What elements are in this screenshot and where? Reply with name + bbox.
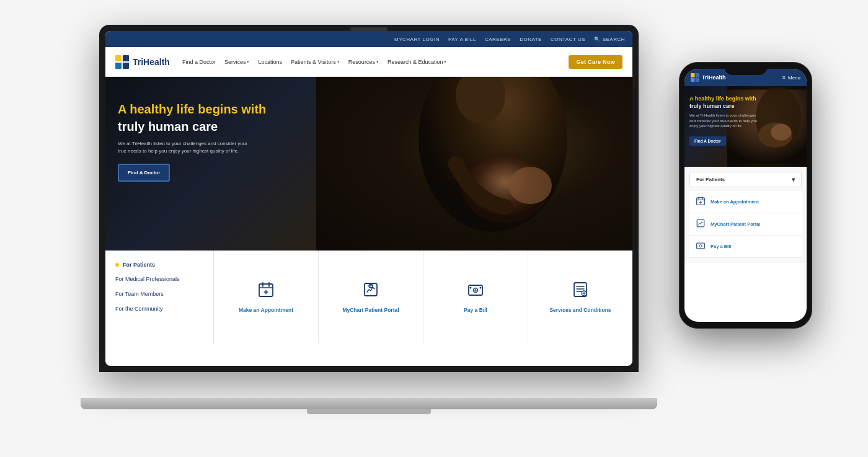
- donate-link[interactable]: DONATE: [520, 37, 542, 42]
- phone-bill-icon: [696, 241, 706, 252]
- phone-hero-content: A healthy life begins with truly human c…: [689, 95, 758, 146]
- svg-point-21: [480, 287, 482, 289]
- for-team-members-item[interactable]: For Team Members: [105, 286, 213, 301]
- phone-content: For Patients ▾: [684, 167, 807, 263]
- laptop-screen: MYCHART LOGIN PAY A BILL CAREERS DONATE …: [105, 31, 632, 366]
- hero-subtitle: We at TriHealth listen to your challenge…: [118, 140, 254, 155]
- careers-link[interactable]: CAREERS: [485, 37, 511, 42]
- svg-point-38: [771, 123, 791, 140]
- active-dot: [115, 263, 119, 267]
- quick-links-sidebar: For Patients For Medical Professionals F…: [105, 251, 214, 344]
- logo-text: TriHealth: [133, 57, 170, 67]
- laptop: MYCHART LOGIN PAY A BILL CAREERS DONATE …: [99, 25, 639, 409]
- svg-point-7: [508, 167, 552, 204]
- calendar-icon: [257, 281, 275, 302]
- research-chevron: ▾: [444, 60, 446, 64]
- chart-icon: [362, 281, 379, 302]
- phone-mychart-label: MyChart Patient Portal: [711, 221, 760, 227]
- services-conditions-label: Services and Conditions: [549, 307, 611, 313]
- svg-rect-2: [115, 62, 122, 68]
- phone-hero: A healthy life begins with truly human c…: [684, 86, 807, 167]
- phone-pay-bill[interactable]: Pay a Bill: [689, 236, 802, 258]
- phone-hero-title-white: truly human care: [689, 103, 758, 110]
- hero-person-image: [316, 77, 632, 251]
- phone-hero-subtitle: We at TriHealth listen to your challenge…: [689, 113, 758, 128]
- phone: TriHealth ≡ Menu: [679, 62, 812, 329]
- phone-logo-text: TriHealth: [702, 74, 726, 81]
- phone-calendar-icon: [696, 196, 706, 208]
- services-conditions-card[interactable]: Services and Conditions: [528, 251, 632, 344]
- hero-title-white: truly human care: [118, 119, 304, 134]
- pay-bill-card[interactable]: Pay a Bill: [423, 251, 528, 344]
- nav-find-doctor[interactable]: Find a Doctor: [182, 59, 216, 65]
- hero-silhouette-svg: [316, 77, 632, 251]
- svg-rect-31: [691, 73, 694, 77]
- svg-rect-32: [696, 73, 699, 77]
- svg-rect-33: [691, 78, 694, 82]
- patients-chevron: ▾: [337, 60, 340, 64]
- nav-locations[interactable]: Locations: [258, 59, 282, 65]
- phone-body: TriHealth ≡ Menu: [679, 62, 812, 329]
- laptop-base: [81, 398, 657, 409]
- quick-cards: Make an Appointment: [214, 251, 632, 344]
- for-patients-active[interactable]: For Patients: [105, 258, 213, 272]
- site-nav: TriHealth Find a Doctor Services ▾ Locat…: [105, 47, 632, 77]
- nav-services[interactable]: Services ▾: [224, 59, 250, 65]
- hero-background: A healthy life begins with truly human c…: [105, 77, 632, 251]
- hero-section: A healthy life begins with truly human c…: [105, 77, 632, 251]
- hero-content: A healthy life begins with truly human c…: [118, 102, 304, 182]
- laptop-body: MYCHART LOGIN PAY A BILL CAREERS DONATE …: [99, 25, 639, 372]
- site-logo: TriHealth: [115, 55, 170, 69]
- svg-rect-0: [115, 55, 122, 61]
- phone-mychart[interactable]: MyChart Patient Portal: [689, 213, 802, 236]
- pay-a-bill-link[interactable]: PAY A BILL: [448, 37, 476, 42]
- resources-chevron: ▾: [376, 60, 379, 64]
- phone-menu-button[interactable]: ≡ Menu: [782, 75, 800, 81]
- phone-logo: TriHealth: [691, 73, 726, 82]
- phone-logo-icon: [691, 73, 699, 82]
- svg-rect-3: [123, 62, 129, 68]
- phone-dropdown[interactable]: For Patients ▾: [689, 172, 802, 187]
- nav-links: Find a Doctor Services ▾ Locations Patie…: [182, 59, 569, 65]
- scene: MYCHART LOGIN PAY A BILL CAREERS DONATE …: [0, 0, 868, 457]
- phone-dropdown-chevron: ▾: [792, 176, 795, 183]
- mychart-login-link[interactable]: MYCHART LOGIN: [394, 37, 440, 42]
- bill-icon: [467, 281, 484, 302]
- for-the-community-item[interactable]: For the Community: [105, 301, 213, 316]
- svg-point-47: [699, 245, 702, 247]
- contact-us-link[interactable]: CONTACT US: [551, 37, 585, 42]
- site-top-bar: MYCHART LOGIN PAY A BILL CAREERS DONATE …: [105, 31, 632, 47]
- phone-hero-title-yellow: A healthy life begins with: [689, 95, 758, 103]
- nav-research-education[interactable]: Research & Education ▾: [388, 59, 447, 65]
- svg-rect-34: [696, 78, 699, 82]
- svg-rect-1: [123, 55, 129, 61]
- search-link[interactable]: 🔍 SEARCH: [594, 37, 625, 42]
- find-a-doctor-button[interactable]: Find A Doctor: [118, 164, 170, 182]
- make-appointment-card[interactable]: Make an Appointment: [214, 251, 319, 344]
- trihealth-logo-icon: [115, 55, 129, 69]
- make-appointment-label: Make an Appointment: [239, 307, 293, 313]
- quick-links-section: For Patients For Medical Professionals F…: [105, 251, 632, 344]
- phone-dropdown-label: For Patients: [696, 177, 725, 182]
- svg-rect-46: [697, 243, 705, 249]
- phone-screen: TriHealth ≡ Menu: [684, 69, 807, 322]
- phone-make-appointment[interactable]: Make an Appointment: [689, 191, 802, 213]
- mychart-label: MyChart Patient Portal: [342, 307, 399, 313]
- phone-appointment-label: Make an Appointment: [711, 199, 759, 205]
- phone-chart-icon: [696, 218, 706, 230]
- pay-bill-label: Pay a Bill: [464, 307, 487, 313]
- services-chevron: ▾: [247, 60, 249, 64]
- menu-label: Menu: [788, 75, 800, 81]
- phone-pay-bill-label: Pay a Bill: [711, 244, 731, 249]
- hamburger-icon: ≡: [782, 75, 786, 81]
- svg-rect-45: [697, 220, 704, 226]
- get-care-now-button[interactable]: Get Care Now: [569, 55, 622, 69]
- phone-notch: [724, 63, 768, 75]
- mychart-portal-card[interactable]: MyChart Patient Portal: [319, 251, 423, 344]
- for-medical-professionals-item[interactable]: For Medical Professionals: [105, 272, 213, 286]
- nav-resources[interactable]: Resources ▾: [348, 59, 379, 65]
- nav-patients-visitors[interactable]: Patients & Visitors ▾: [291, 59, 340, 65]
- search-icon: 🔍: [594, 37, 601, 42]
- services-icon: [572, 281, 589, 302]
- phone-find-doctor-button[interactable]: Find A Doctor: [689, 136, 726, 146]
